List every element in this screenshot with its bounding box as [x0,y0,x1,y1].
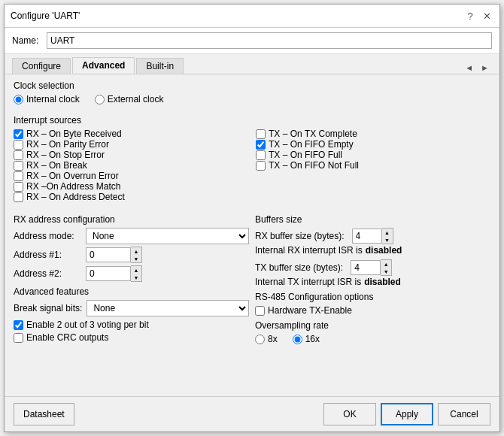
interrupt-tx-fifo-full[interactable]: TX – On FIFO Full [256,150,490,160]
tx-buffer-down-btn[interactable]: ▼ [381,268,391,275]
tab-arrow-right[interactable]: ► [478,62,492,74]
chk-rx-byte-received[interactable] [14,129,23,139]
lbl-tx-fifo-full: TX – On FIFO Full [269,150,342,160]
ok-button[interactable]: OK [323,403,376,425]
address-mode-dropdown[interactable]: None Software Hardware [86,228,249,244]
break-bits-label: Break signal bits: [14,303,82,313]
cancel-button[interactable]: Cancel [438,403,490,425]
interrupt-rx-overrun[interactable]: RX – On Overrun Error [14,171,248,181]
datasheet-button[interactable]: Datasheet [14,403,74,425]
chk-rx-address-match[interactable] [14,182,23,192]
tx-buffer-up-btn[interactable]: ▲ [381,260,391,268]
chk-rx-parity-error[interactable] [14,140,23,150]
chk-rx-stop-error[interactable] [14,150,23,160]
oversampling-title: Oversampling rate [255,320,490,331]
rx-buffer-input[interactable] [352,229,382,244]
chk-tx-fifo-empty[interactable] [256,140,266,150]
address2-down-btn[interactable]: ▼ [131,274,141,281]
interrupt-rx-address-match[interactable]: RX –On Address Match [14,181,248,192]
tab-builtin[interactable]: Built-in [136,58,184,74]
name-input[interactable] [47,32,492,49]
internal-clock-radio[interactable] [14,95,23,104]
external-clock-option[interactable]: External clock [95,94,164,104]
tab-advanced[interactable]: Advanced [72,57,135,74]
chk-hardware-tx-enable[interactable] [255,306,265,316]
chk-rx-overrun[interactable] [14,171,23,181]
oversampling-8x-radio[interactable] [255,335,265,344]
internal-clock-label: Internal clock [26,94,80,104]
enable-crc-option[interactable]: Enable CRC outputs [14,332,249,343]
tx-buffer-input[interactable] [351,260,381,275]
rx-buffer-row: RX buffer size (bytes): ▲ ▼ [255,228,490,244]
chk-tx-complete[interactable] [256,129,266,139]
address1-spinner: ▲ ▼ [86,247,142,263]
clock-section-title: Clock selection [14,80,490,91]
interrupt-rx-stop-error[interactable]: RX – On Stop Error [14,150,248,160]
lbl-enable-voting: Enable 2 out of 3 voting per bit [26,319,149,330]
dialog-content: Clock selection Internal clock External … [5,74,499,396]
clock-radio-group: Internal clock External clock [14,94,490,104]
tx-isr-text: Internal TX interrupt ISR is [255,277,361,287]
rx-buffer-up-btn[interactable]: ▲ [382,229,393,236]
enable-voting-option[interactable]: Enable 2 out of 3 voting per bit [14,319,249,330]
close-button[interactable]: ✕ [480,9,493,23]
interrupt-rx-byte-received[interactable]: RX – On Byte Received [14,129,248,139]
rx-isr-text: Internal RX interrupt ISR is [255,245,363,256]
interrupt-tx-fifo-not-full[interactable]: TX – On FIFO Not Full [256,160,490,171]
interrupt-left-col: RX – On Byte Received RX – On Parity Err… [14,129,248,202]
rx-buffer-down-btn[interactable]: ▼ [382,236,393,244]
hardware-tx-enable-option[interactable]: Hardware TX-Enable [255,305,490,316]
break-bits-row: Break signal bits: None 13 bits 14 bits [14,300,249,316]
chk-rx-address-detect[interactable] [14,192,23,202]
break-bits-dropdown[interactable]: None 13 bits 14 bits [87,300,249,316]
address1-down-btn[interactable]: ▼ [131,255,141,262]
help-button[interactable]: ? [463,9,477,23]
address1-row: Address #1: ▲ ▼ [14,247,249,263]
lbl-tx-fifo-empty: TX – On FIFO Empty [269,139,354,150]
address2-input[interactable] [86,266,131,281]
chk-tx-fifo-full[interactable] [256,150,266,160]
oversampling-section: Oversampling rate 8x 16x [255,320,490,344]
oversampling-16x-radio[interactable] [293,335,302,344]
lbl-rx-byte-received: RX – On Byte Received [26,129,122,139]
oversampling-16x-option[interactable]: 16x [293,334,320,344]
interrupt-tx-fifo-empty[interactable]: TX – On FIFO Empty [256,139,490,150]
internal-clock-option[interactable]: Internal clock [14,94,80,104]
chk-tx-fifo-not-full[interactable] [256,161,266,171]
title-bar: Configure 'UART' ? ✕ [5,5,499,28]
address2-spin-buttons: ▲ ▼ [131,265,142,282]
tab-arrow-left[interactable]: ◄ [462,62,476,74]
oversampling-8x-option[interactable]: 8x [255,334,278,344]
title-bar-controls: ? ✕ [463,9,493,23]
address1-input[interactable] [86,247,131,262]
address2-up-btn[interactable]: ▲ [131,266,141,274]
name-label: Name: [12,35,42,46]
lbl-rx-address-match: RX –On Address Match [26,181,120,192]
interrupt-rx-address-detect[interactable]: RX – On Address Detect [14,192,248,202]
rx-address-title: RX address configuration [14,214,249,225]
buffers-size-title: Buffers size [255,214,490,225]
chk-enable-crc[interactable] [14,333,23,343]
tab-configure[interactable]: Configure [12,58,71,74]
apply-button[interactable]: Apply [381,403,433,425]
interrupt-sources-section: Interrupt sources RX – On Byte Received … [14,115,490,202]
rx-isr-row: Internal RX interrupt ISR is disabled [255,245,490,256]
address2-label: Address #2: [14,268,81,279]
address1-up-btn[interactable]: ▲ [131,247,141,255]
right-column: Buffers size RX buffer size (bytes): ▲ ▼ [255,214,490,344]
interrupt-rx-break[interactable]: RX – On Break [14,160,248,171]
rx-buffer-spin-buttons: ▲ ▼ [382,228,393,244]
external-clock-label: External clock [108,94,164,104]
lbl-rx-overrun: RX – On Overrun Error [26,171,119,181]
lower-grid: RX address configuration Address mode: N… [14,214,490,344]
external-clock-radio[interactable] [95,95,105,104]
interrupt-tx-complete[interactable]: TX – On TX Complete [256,129,490,139]
tabs-bar: Configure Advanced Built-in ◄ ► [5,54,499,74]
name-row: Name: [5,28,499,54]
chk-rx-break[interactable] [14,161,23,171]
interrupt-rx-parity-error[interactable]: RX – On Parity Error [14,139,248,150]
chk-enable-voting[interactable] [14,320,23,330]
rx-buffer-label: RX buffer size (bytes): [255,231,345,241]
lbl-oversampling-16x: 16x [305,334,320,344]
lbl-rx-break: RX – On Break [26,160,87,171]
